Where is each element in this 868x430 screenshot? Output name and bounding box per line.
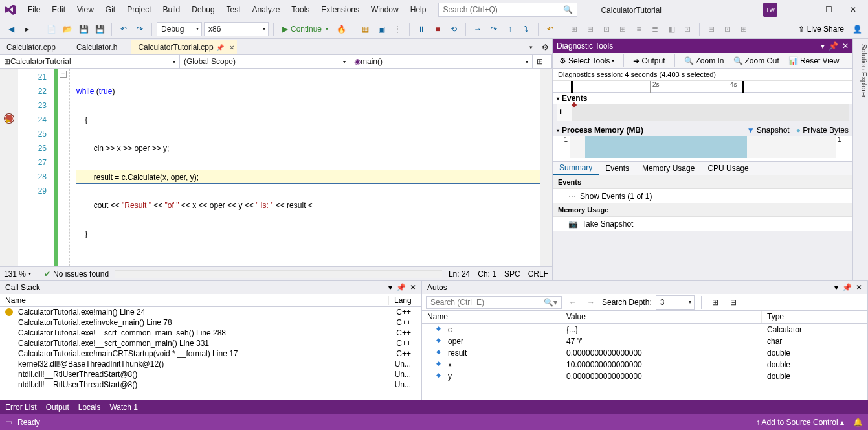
menu-help[interactable]: Help xyxy=(405,3,432,17)
close-icon[interactable]: ✕ xyxy=(229,44,234,51)
diagnostic-tools-header[interactable]: Diagnostic Tools ▾📌✕ xyxy=(553,39,852,53)
solution-explorer-tab[interactable]: Solution Explorer xyxy=(852,39,868,280)
diag-tab-memory[interactable]: Memory Usage xyxy=(636,162,701,175)
autos-row[interactable]: y0.0000000000000000double xyxy=(422,370,867,382)
tb-icon-1[interactable]: ▦ xyxy=(358,22,372,36)
restart-button[interactable]: ⟲ xyxy=(447,22,461,36)
pause-button[interactable]: ⏸ xyxy=(414,22,428,36)
user-badge[interactable]: TW xyxy=(763,3,777,17)
outline-gutter[interactable]: − xyxy=(58,69,70,266)
tb-icon-u1[interactable]: ↶ xyxy=(543,22,557,36)
continue-button[interactable]: ▶Continue▾ xyxy=(278,22,332,36)
nav-fwd-button[interactable]: ▸ xyxy=(20,22,34,36)
footer-tab-output[interactable]: Output xyxy=(46,403,69,412)
step-out-button[interactable]: ↑ xyxy=(503,22,517,36)
nav-back-button[interactable]: ◀ xyxy=(4,22,18,36)
tb-g9[interactable]: ⊟ xyxy=(704,22,718,36)
menu-file[interactable]: File xyxy=(22,3,46,17)
autos-search-input[interactable]: Search (Ctrl+E)🔍▾ xyxy=(426,296,562,309)
saveall-button[interactable]: 💾 xyxy=(93,22,107,36)
callstack-row[interactable]: kernel32.dll!@BaseThreadInitThunk@12()Un… xyxy=(0,359,421,369)
maximize-button[interactable]: ☐ xyxy=(818,2,840,17)
tb-g3[interactable]: ⊡ xyxy=(599,22,614,36)
autos-header[interactable]: Autos▾📌✕ xyxy=(422,281,867,294)
footer-tab-locals[interactable]: Locals xyxy=(78,403,101,412)
diag-tab-events[interactable]: Events xyxy=(599,162,636,175)
callstack-row[interactable]: ntdll.dll!__RtlUserThreadStart@8()Un... xyxy=(0,379,421,390)
open-button[interactable]: 📂 xyxy=(60,22,74,36)
scrub-end[interactable] xyxy=(742,81,744,93)
tb-g1[interactable]: ⊞ xyxy=(567,22,581,36)
tb-icon-3[interactable]: ⋮ xyxy=(390,22,405,36)
tab-gear-button[interactable]: ⚙ xyxy=(538,40,552,54)
memory-header[interactable]: ▾Process Memory (MB) ▼ Snapshot ● Privat… xyxy=(553,124,852,136)
tb-icon-2[interactable]: ▣ xyxy=(374,22,388,36)
zoomin-button[interactable]: 🔍Zoom In xyxy=(682,55,727,67)
breakpoint-gutter[interactable]: ▸ xyxy=(0,69,18,266)
footer-tab-errorlist[interactable]: Error List xyxy=(5,403,37,412)
show-events-link[interactable]: ⋯Show Events (1 of 1) xyxy=(553,189,852,203)
tb-g10[interactable]: ⊡ xyxy=(720,22,735,36)
nav-func-dropdown[interactable]: ◉ main()▾ xyxy=(350,55,533,68)
diag-tab-summary[interactable]: Summary xyxy=(553,161,599,175)
code-content[interactable]: while (true) { cin >> x >> oper >> y; re… xyxy=(70,69,540,266)
undo-button[interactable]: ↶ xyxy=(117,22,131,36)
live-share-button[interactable]: ⇪ Live Share xyxy=(794,25,848,34)
minimize-button[interactable]: — xyxy=(793,2,815,17)
feedback-button[interactable]: 👤 xyxy=(850,22,864,36)
menu-analyze[interactable]: Analyze xyxy=(247,3,286,17)
menu-tools[interactable]: Tools xyxy=(285,3,315,17)
autos-row[interactable]: x10.000000000000000double xyxy=(422,359,867,370)
autos-row[interactable]: result0.0000000000000000double xyxy=(422,347,867,359)
tab-dropdown-button[interactable]: ▾ xyxy=(524,40,538,54)
step-button[interactable]: ⤵ xyxy=(519,22,533,36)
callstack-row[interactable]: CalculatorTutorial.exe!invoke_main() Lin… xyxy=(0,317,421,328)
nav-split-button[interactable]: ⊞ xyxy=(533,55,552,68)
callstack-row[interactable]: ntdll.dll!__RtlUserThreadStart@8()Un... xyxy=(0,369,421,379)
menu-git[interactable]: Git xyxy=(100,3,121,17)
tab-calculator-cpp[interactable]: Calculator.cpp xyxy=(0,40,70,54)
diag-tab-cpu[interactable]: CPU Usage xyxy=(701,162,755,175)
callstack-header[interactable]: Call Stack▾📌✕ xyxy=(0,281,421,294)
footer-tab-watch1[interactable]: Watch 1 xyxy=(109,403,138,412)
notifications-icon[interactable]: 🔔 xyxy=(853,418,863,427)
menu-view[interactable]: View xyxy=(71,3,100,17)
nav-project-dropdown[interactable]: ⊞ CalculatorTutorial▾ xyxy=(0,55,180,68)
menu-debug[interactable]: Debug xyxy=(186,3,220,17)
menu-window[interactable]: Window xyxy=(365,3,405,17)
menu-project[interactable]: Project xyxy=(121,3,157,17)
save-button[interactable]: 💾 xyxy=(76,22,91,36)
platform-dropdown[interactable]: x86▾ xyxy=(204,22,269,36)
tb-g2[interactable]: ⊟ xyxy=(583,22,597,36)
menu-build[interactable]: Build xyxy=(157,3,186,17)
step-into-button[interactable]: → xyxy=(471,22,485,36)
zoomout-button[interactable]: 🔍Zoom Out xyxy=(731,55,782,67)
tab-calculatortutorial-cpp[interactable]: CalculatorTutorial.cpp 📌 ✕ xyxy=(131,40,236,54)
add-source-control-button[interactable]: ↑ Add to Source Control ▴ xyxy=(756,418,844,427)
tab-calculator-h[interactable]: Calculator.h xyxy=(70,40,131,54)
redo-button[interactable]: ↷ xyxy=(133,22,147,36)
select-tools-button[interactable]: ⚙Select Tools▾ xyxy=(557,55,617,67)
config-dropdown[interactable]: Debug▾ xyxy=(157,22,202,36)
pin-icon[interactable]: 📌 xyxy=(829,41,838,51)
callstack-row[interactable]: CalculatorTutorial.exe!mainCRTStartup(vo… xyxy=(0,348,421,359)
search-input[interactable]: Search (Ctrl+Q) 🔍 xyxy=(438,3,577,17)
callstack-row[interactable]: CalculatorTutorial.exe!__scrt_common_mai… xyxy=(0,328,421,338)
take-snapshot-link[interactable]: 📷Take Snapshot xyxy=(553,217,852,231)
scrub-start[interactable] xyxy=(571,81,573,93)
stop-button[interactable]: ■ xyxy=(430,22,445,36)
depth-dropdown[interactable]: 3▾ xyxy=(656,295,695,310)
autos-row[interactable]: c{...}Calculator xyxy=(422,324,867,335)
autos-fwd[interactable]: → xyxy=(584,295,598,310)
tb-g8[interactable]: ⊡ xyxy=(680,22,695,36)
new-button[interactable]: 📄 xyxy=(44,22,58,36)
tb-g11[interactable]: ⊞ xyxy=(737,22,751,36)
resetview-button[interactable]: 📊Reset View xyxy=(786,55,841,67)
autos-back[interactable]: ← xyxy=(566,295,580,310)
step-over-button[interactable]: ↷ xyxy=(487,22,501,36)
tb-g7[interactable]: ◧ xyxy=(664,22,678,36)
autos-opt1[interactable]: ⊞ xyxy=(708,295,722,310)
close-icon[interactable]: ✕ xyxy=(842,41,849,51)
pin-icon[interactable]: 📌 xyxy=(216,44,224,51)
tb-g6[interactable]: ≣ xyxy=(648,22,662,36)
